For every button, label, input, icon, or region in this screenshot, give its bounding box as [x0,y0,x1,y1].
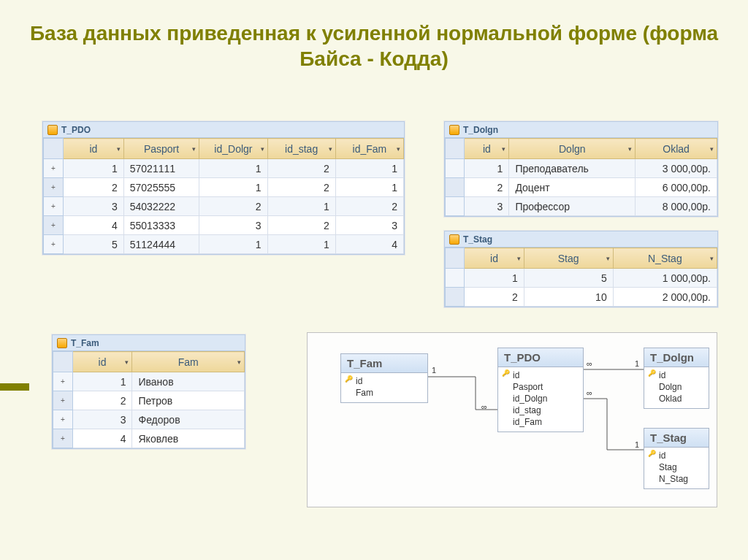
cell[interactable]: 1 [335,178,403,197]
dropdown-icon[interactable]: ▾ [237,358,241,366]
column-header[interactable]: Pasport▾ [123,139,199,159]
dropdown-icon[interactable]: ▾ [125,358,129,366]
cell[interactable]: 2 [267,159,335,178]
cell[interactable]: 2 [267,216,335,235]
row-expand[interactable] [446,269,465,288]
cell[interactable]: 2 [335,197,403,216]
table-row[interactable]: +157021111121 [44,159,404,178]
column-header[interactable]: id▾ [465,248,524,269]
column-header[interactable]: id_stag▾ [267,139,335,159]
cell[interactable]: 57025555 [123,178,199,197]
dropdown-icon[interactable]: ▾ [329,145,332,153]
cell[interactable]: 2 [267,178,335,197]
entity-pdo[interactable]: T_PDO idPasportid_Dolgnid_stagid_Fam [497,348,584,432]
cell[interactable]: 4 [335,235,403,254]
cell[interactable]: 1 [267,197,335,216]
table-tab-dolgn[interactable]: T_Dolgn [445,122,717,138]
table-row[interactable]: +2Петров [53,391,245,410]
cell[interactable]: 3 000,00р. [636,159,717,178]
cell[interactable]: Профессор [509,197,636,216]
cell[interactable]: 1 [465,159,509,178]
row-expand[interactable]: + [44,216,64,235]
table-tab-stag[interactable]: T_Stag [445,231,717,248]
cell[interactable]: Преподаватель [509,159,636,178]
dropdown-icon[interactable]: ▾ [502,145,505,153]
table-row[interactable]: 151 000,00р. [446,269,717,288]
cell[interactable]: Петров [132,391,245,410]
table-row[interactable]: 3Профессор8 000,00р. [446,197,717,216]
dropdown-icon[interactable]: ▾ [192,145,196,153]
row-expand[interactable]: + [44,197,64,216]
cell[interactable]: 10 [524,288,613,307]
dropdown-icon[interactable]: ▾ [517,255,521,262]
dropdown-icon[interactable]: ▾ [710,255,714,262]
column-header[interactable]: Fam▾ [132,352,245,372]
table-row[interactable]: +3Федоров [53,410,245,429]
cell[interactable]: 1 [267,235,335,254]
row-expand[interactable] [446,178,465,197]
cell[interactable]: 2 [465,178,509,197]
column-header[interactable]: Stag▾ [524,248,613,269]
column-header[interactable]: Oklad▾ [636,139,717,159]
cell[interactable]: 8 000,00р. [636,197,717,216]
dropdown-icon[interactable]: ▾ [117,145,121,153]
row-expand[interactable] [446,288,465,307]
cell[interactable]: 3 [63,197,123,216]
dropdown-icon[interactable]: ▾ [628,145,632,153]
cell[interactable]: Доцент [509,178,636,197]
cell[interactable]: 1 [72,372,132,391]
datasheet-stag[interactable]: id▾Stag▾N_Stag▾151 000,00р.2102 000,00р. [445,248,717,307]
table-row[interactable]: 1Преподаватель3 000,00р. [446,159,717,178]
cell[interactable]: 5 [524,269,613,288]
row-expand[interactable]: + [44,159,64,178]
entity-dolgn[interactable]: T_Dolgn idDolgnOklad [644,348,709,409]
row-expand[interactable]: + [53,372,73,391]
row-expand[interactable]: + [44,178,64,197]
table-row[interactable]: +257025555121 [44,178,404,197]
table-row[interactable]: 2102 000,00р. [446,288,717,307]
cell[interactable]: 1 [199,159,267,178]
dropdown-icon[interactable]: ▾ [710,145,714,153]
column-header[interactable]: id_Fam▾ [335,139,403,159]
cell[interactable]: Федоров [132,410,245,429]
cell[interactable]: 1 [335,159,403,178]
cell[interactable]: 1 [63,159,123,178]
row-expand[interactable]: + [44,235,64,254]
cell[interactable]: 1 000,00р. [613,269,717,288]
column-header[interactable]: id▾ [72,352,132,372]
cell[interactable]: 54032222 [123,197,199,216]
table-row[interactable]: +1Иванов [53,372,245,391]
cell[interactable]: 3 [465,197,509,216]
cell[interactable]: Иванов [132,372,245,391]
column-header[interactable]: id▾ [465,139,509,159]
cell[interactable]: 2 [63,178,123,197]
cell[interactable]: 2 000,00р. [613,288,717,307]
cell[interactable]: 3 [335,216,403,235]
table-row[interactable]: +4Яковлев [53,429,245,448]
table-row[interactable]: 2Доцент6 000,00р. [446,178,717,197]
column-header[interactable]: Dolgn▾ [509,139,636,159]
cell[interactable]: 57021111 [123,159,199,178]
entity-stag[interactable]: T_Stag idStagN_Stag [644,428,709,489]
cell[interactable]: 1 [465,269,524,288]
cell[interactable]: 2 [199,197,267,216]
cell[interactable]: 4 [72,429,132,448]
entity-fam[interactable]: T_Fam idFam [340,353,428,403]
cell[interactable]: Яковлев [132,429,245,448]
table-tab-fam[interactable]: T_Fam [53,335,245,351]
cell[interactable]: 2 [465,288,524,307]
dropdown-icon[interactable]: ▾ [261,145,264,153]
datasheet-dolgn[interactable]: id▾Dolgn▾Oklad▾1Преподаватель3 000,00р.2… [445,138,717,216]
cell[interactable]: 3 [199,216,267,235]
cell[interactable]: 4 [63,216,123,235]
cell[interactable]: 51124444 [123,235,199,254]
cell[interactable]: 1 [199,178,267,197]
table-tab-pdo[interactable]: T_PDO [43,122,404,138]
datasheet-pdo[interactable]: id▾Pasport▾id_Dolgr▾id_stag▾id_Fam▾+1570… [43,138,404,254]
table-row[interactable]: +551124444114 [44,235,404,254]
datasheet-fam[interactable]: id▾Fam▾+1Иванов+2Петров+3Федоров+4Яковле… [53,351,245,448]
column-header[interactable]: N_Stag▾ [613,248,717,269]
cell[interactable]: 2 [72,391,132,410]
cell[interactable]: 6 000,00р. [636,178,717,197]
cell[interactable]: 5 [63,235,123,254]
